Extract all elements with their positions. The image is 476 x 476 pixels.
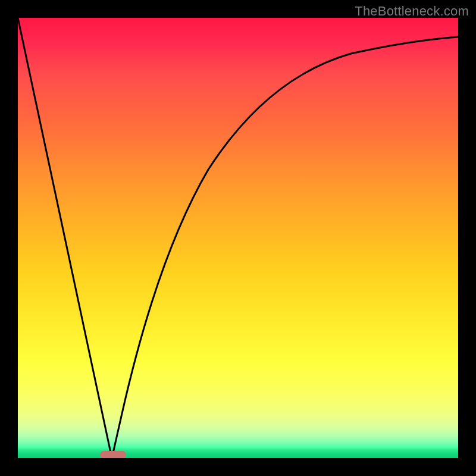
bottleneck-curve — [18, 18, 458, 458]
curve-layer — [18, 18, 458, 458]
plot-area — [18, 18, 458, 458]
chart-frame: TheBottleneck.com — [0, 0, 476, 476]
optimum-marker — [100, 451, 126, 458]
watermark-text: TheBottleneck.com — [355, 4, 469, 19]
